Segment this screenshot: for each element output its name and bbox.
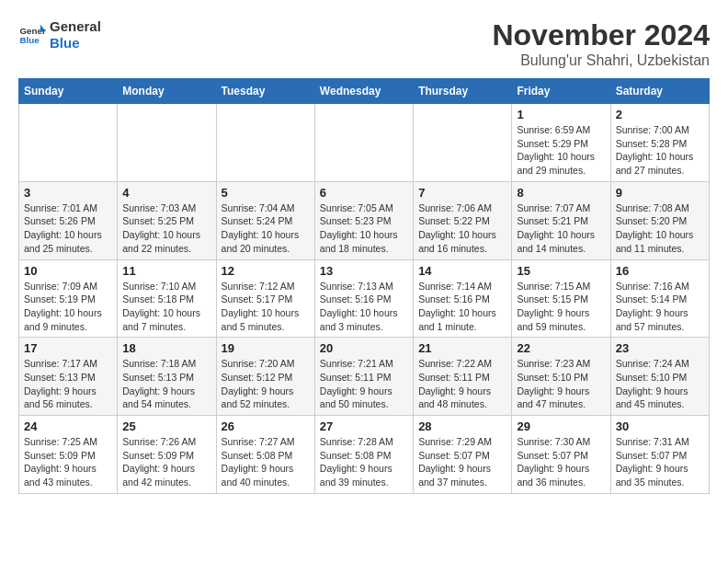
table-row: 5Sunrise: 7:04 AM Sunset: 5:24 PM Daylig…	[216, 181, 314, 259]
day-number: 22	[517, 341, 605, 355]
table-row: 18Sunrise: 7:18 AM Sunset: 5:13 PM Dayli…	[118, 338, 216, 416]
table-row	[216, 104, 314, 182]
logo: General Blue General Blue	[18, 18, 101, 52]
calendar-subtitle: Bulung'ur Shahri, Uzbekistan	[492, 52, 710, 69]
calendar-week-row: 3Sunrise: 7:01 AM Sunset: 5:26 PM Daylig…	[19, 181, 710, 259]
title-area: November 2024 Bulung'ur Shahri, Uzbekist…	[492, 18, 710, 69]
day-info: Sunrise: 7:17 AM Sunset: 5:13 PM Dayligh…	[24, 357, 112, 411]
table-row: 23Sunrise: 7:24 AM Sunset: 5:10 PM Dayli…	[610, 338, 709, 416]
day-number: 11	[122, 264, 210, 278]
calendar-table: Sunday Monday Tuesday Wednesday Thursday…	[18, 78, 710, 494]
header-monday: Monday	[118, 79, 216, 104]
day-info: Sunrise: 7:26 AM Sunset: 5:09 PM Dayligh…	[122, 435, 210, 489]
day-info: Sunrise: 7:24 AM Sunset: 5:10 PM Dayligh…	[616, 357, 704, 411]
day-info: Sunrise: 7:03 AM Sunset: 5:25 PM Dayligh…	[122, 201, 210, 256]
day-info: Sunrise: 7:31 AM Sunset: 5:07 PM Dayligh…	[616, 435, 704, 489]
day-number: 28	[418, 419, 506, 433]
table-row: 1Sunrise: 6:59 AM Sunset: 5:29 PM Daylig…	[512, 104, 610, 182]
table-row	[314, 104, 413, 182]
table-row: 19Sunrise: 7:20 AM Sunset: 5:12 PM Dayli…	[216, 338, 314, 416]
table-row: 21Sunrise: 7:22 AM Sunset: 5:11 PM Dayli…	[414, 338, 512, 416]
day-number: 10	[24, 264, 112, 278]
day-info: Sunrise: 6:59 AM Sunset: 5:29 PM Dayligh…	[517, 123, 605, 178]
day-info: Sunrise: 7:01 AM Sunset: 5:26 PM Dayligh…	[24, 201, 112, 256]
day-info: Sunrise: 7:12 AM Sunset: 5:17 PM Dayligh…	[222, 280, 310, 334]
table-row: 14Sunrise: 7:14 AM Sunset: 5:16 PM Dayli…	[414, 259, 512, 338]
table-row: 20Sunrise: 7:21 AM Sunset: 5:11 PM Dayli…	[314, 338, 413, 416]
day-number: 19	[222, 341, 310, 355]
day-info: Sunrise: 7:23 AM Sunset: 5:10 PM Dayligh…	[517, 357, 605, 411]
day-number: 2	[616, 108, 704, 121]
table-row: 10Sunrise: 7:09 AM Sunset: 5:19 PM Dayli…	[19, 259, 118, 338]
logo-icon: General Blue	[18, 21, 46, 49]
day-number: 13	[320, 264, 408, 278]
table-row: 13Sunrise: 7:13 AM Sunset: 5:16 PM Dayli…	[314, 259, 413, 338]
day-info: Sunrise: 7:30 AM Sunset: 5:07 PM Dayligh…	[517, 435, 605, 489]
day-info: Sunrise: 7:29 AM Sunset: 5:07 PM Dayligh…	[418, 435, 506, 489]
day-info: Sunrise: 7:13 AM Sunset: 5:16 PM Dayligh…	[320, 280, 408, 334]
day-number: 20	[320, 341, 408, 355]
logo-general-text: General	[50, 18, 101, 34]
table-row: 24Sunrise: 7:25 AM Sunset: 5:09 PM Dayli…	[19, 416, 118, 494]
day-number: 23	[616, 341, 704, 355]
calendar-week-row: 10Sunrise: 7:09 AM Sunset: 5:19 PM Dayli…	[19, 259, 710, 338]
logo-blue-text: Blue	[50, 35, 80, 51]
day-info: Sunrise: 7:05 AM Sunset: 5:23 PM Dayligh…	[320, 201, 408, 256]
day-info: Sunrise: 7:04 AM Sunset: 5:24 PM Dayligh…	[222, 201, 310, 256]
day-number: 25	[122, 419, 210, 433]
table-row: 3Sunrise: 7:01 AM Sunset: 5:26 PM Daylig…	[19, 181, 118, 259]
header-wednesday: Wednesday	[314, 79, 413, 104]
svg-text:Blue: Blue	[20, 35, 40, 45]
day-number: 1	[517, 108, 605, 121]
day-number: 9	[616, 186, 704, 200]
table-row: 22Sunrise: 7:23 AM Sunset: 5:10 PM Dayli…	[512, 338, 610, 416]
calendar-title: November 2024	[492, 18, 710, 52]
day-info: Sunrise: 7:21 AM Sunset: 5:11 PM Dayligh…	[320, 357, 408, 411]
table-row: 15Sunrise: 7:15 AM Sunset: 5:15 PM Dayli…	[512, 259, 610, 338]
day-info: Sunrise: 7:10 AM Sunset: 5:18 PM Dayligh…	[122, 280, 210, 334]
day-info: Sunrise: 7:06 AM Sunset: 5:22 PM Dayligh…	[418, 201, 506, 256]
table-row: 4Sunrise: 7:03 AM Sunset: 5:25 PM Daylig…	[118, 181, 216, 259]
day-number: 21	[418, 341, 506, 355]
calendar-header-row: Sunday Monday Tuesday Wednesday Thursday…	[19, 79, 710, 104]
table-row: 25Sunrise: 7:26 AM Sunset: 5:09 PM Dayli…	[118, 416, 216, 494]
day-number: 5	[222, 186, 310, 200]
table-row: 27Sunrise: 7:28 AM Sunset: 5:08 PM Dayli…	[314, 416, 413, 494]
day-info: Sunrise: 7:18 AM Sunset: 5:13 PM Dayligh…	[122, 357, 210, 411]
day-number: 18	[122, 341, 210, 355]
table-row: 8Sunrise: 7:07 AM Sunset: 5:21 PM Daylig…	[512, 181, 610, 259]
day-number: 8	[517, 186, 605, 200]
day-info: Sunrise: 7:22 AM Sunset: 5:11 PM Dayligh…	[418, 357, 506, 411]
day-info: Sunrise: 7:00 AM Sunset: 5:28 PM Dayligh…	[616, 123, 704, 178]
day-info: Sunrise: 7:20 AM Sunset: 5:12 PM Dayligh…	[222, 357, 310, 411]
table-row: 30Sunrise: 7:31 AM Sunset: 5:07 PM Dayli…	[610, 416, 709, 494]
day-number: 3	[24, 186, 112, 200]
table-row: 6Sunrise: 7:05 AM Sunset: 5:23 PM Daylig…	[314, 181, 413, 259]
table-row: 9Sunrise: 7:08 AM Sunset: 5:20 PM Daylig…	[610, 181, 709, 259]
day-info: Sunrise: 7:28 AM Sunset: 5:08 PM Dayligh…	[320, 435, 408, 489]
table-row: 12Sunrise: 7:12 AM Sunset: 5:17 PM Dayli…	[216, 259, 314, 338]
day-number: 30	[616, 419, 704, 433]
table-row: 17Sunrise: 7:17 AM Sunset: 5:13 PM Dayli…	[19, 338, 118, 416]
day-number: 27	[320, 419, 408, 433]
day-info: Sunrise: 7:09 AM Sunset: 5:19 PM Dayligh…	[24, 280, 112, 334]
table-row	[414, 104, 512, 182]
table-row: 29Sunrise: 7:30 AM Sunset: 5:07 PM Dayli…	[512, 416, 610, 494]
header: General Blue General Blue November 2024 …	[18, 18, 710, 69]
day-number: 26	[222, 419, 310, 433]
day-info: Sunrise: 7:14 AM Sunset: 5:16 PM Dayligh…	[418, 280, 506, 334]
day-number: 4	[122, 186, 210, 200]
calendar-week-row: 24Sunrise: 7:25 AM Sunset: 5:09 PM Dayli…	[19, 416, 710, 494]
calendar-week-row: 1Sunrise: 6:59 AM Sunset: 5:29 PM Daylig…	[19, 104, 710, 182]
day-info: Sunrise: 7:08 AM Sunset: 5:20 PM Dayligh…	[616, 201, 704, 256]
day-number: 17	[24, 341, 112, 355]
header-thursday: Thursday	[414, 79, 512, 104]
day-number: 6	[320, 186, 408, 200]
day-info: Sunrise: 7:16 AM Sunset: 5:14 PM Dayligh…	[616, 280, 704, 334]
header-sunday: Sunday	[19, 79, 118, 104]
day-info: Sunrise: 7:07 AM Sunset: 5:21 PM Dayligh…	[517, 201, 605, 256]
day-number: 29	[517, 419, 605, 433]
table-row	[118, 104, 216, 182]
table-row: 16Sunrise: 7:16 AM Sunset: 5:14 PM Dayli…	[610, 259, 709, 338]
day-number: 7	[418, 186, 506, 200]
